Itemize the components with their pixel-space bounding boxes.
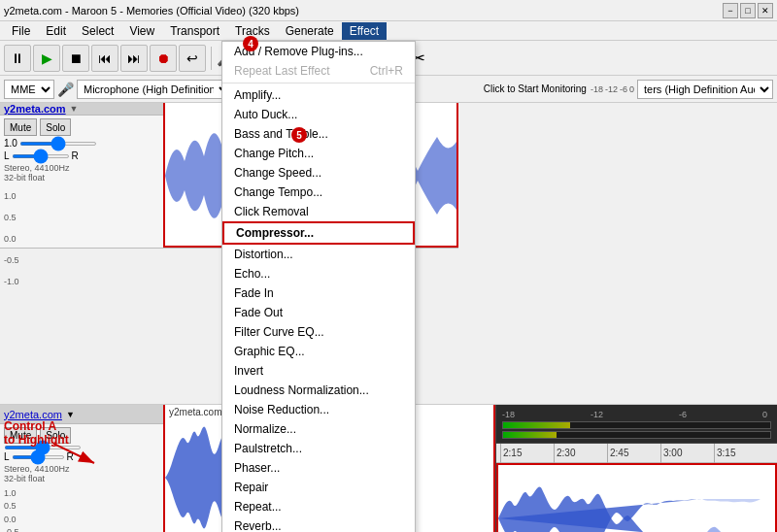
right-waveforms[interactable] (496, 463, 777, 532)
dd-amplify[interactable]: Amplify... (222, 85, 415, 105)
monitor-bar: -18-12-60 (496, 405, 777, 444)
dd-fade-out[interactable]: Fade Out (222, 303, 415, 322)
meter-fill1 (503, 422, 570, 428)
output-device-select[interactable]: ters (High Definition Audio (637, 80, 773, 99)
annotation-arrow (53, 439, 102, 468)
title-bar: y2meta.com - Maroon 5 - Memories (Offici… (0, 0, 777, 21)
track1-controls: Mute Solo 1.0 L R Stereo, 44100Hz32-bit … (0, 116, 163, 185)
annotation-line1: Control A (4, 419, 56, 433)
meter-bar1 (502, 421, 771, 429)
dd-change-tempo[interactable]: Change Tempo... (222, 183, 415, 202)
gain-slider[interactable] (19, 142, 97, 146)
dd-auto-duck[interactable]: Auto Duck... (222, 105, 415, 124)
pan-l-label: L (4, 150, 10, 161)
right-monitor-section: -18-12-60 2:15 2:30 2:45 3:00 3:15 (495, 405, 777, 532)
window-controls: − □ ✕ (723, 3, 773, 18)
mute-button[interactable]: Mute (4, 118, 37, 136)
meter-bar2 (502, 431, 771, 439)
record-button[interactable]: ⏺ (150, 45, 177, 72)
meter-scale: -18-12-60 (591, 84, 634, 94)
track1-format: ▼ (70, 104, 79, 114)
pause-button[interactable]: ⏸ (4, 45, 31, 72)
dd-loudness[interactable]: Loudness Normalization... (222, 381, 415, 400)
menu-effect[interactable]: Effect (342, 22, 387, 40)
right-ruler-mark: 2:30 (554, 444, 607, 463)
solo-button[interactable]: Solo (40, 118, 71, 136)
skip-end-button[interactable]: ⏭ (120, 45, 148, 72)
right-ruler-mark: 3:15 (714, 444, 767, 463)
dd-repeat[interactable]: Repeat... (222, 497, 415, 516)
menu-generate[interactable]: Generate (278, 22, 342, 40)
track1-mute-solo: Mute Solo (4, 118, 159, 136)
right-ruler-mark: 2:15 (500, 444, 554, 463)
dd-normalize[interactable]: Normalize... (222, 419, 415, 439)
dd-phaser[interactable]: Phaser... (222, 458, 415, 478)
gain-scale1: 1.00.50.0-0.5-1.0 (0, 486, 163, 532)
monitor-controls: Click to Start Monitoring -18-12-60 (484, 83, 634, 94)
dd-graphic-eq[interactable]: Graphic EQ... (222, 342, 415, 361)
track1-name-link[interactable]: y2meta.com (4, 103, 66, 115)
api-select[interactable]: MME (4, 80, 54, 99)
menu-view[interactable]: View (121, 22, 162, 40)
loop-button[interactable]: ↩ (179, 45, 206, 72)
track1-name[interactable]: y2meta.com (4, 409, 62, 420)
pan-slider[interactable] (12, 154, 70, 158)
right-ruler-marks: 2:15 2:30 2:45 3:00 3:15 (500, 444, 767, 463)
title-text: y2meta.com - Maroon 5 - Memories (Offici… (4, 5, 299, 17)
minimize-button[interactable]: − (723, 3, 738, 18)
dd-bass-treble[interactable]: Bass and Treble... (222, 124, 415, 144)
svg-line-6 (53, 444, 94, 463)
dd-compressor[interactable]: Compressor... (222, 221, 415, 245)
dd-noise-reduction[interactable]: Noise Reduction... (222, 400, 415, 419)
dd-filter-eq[interactable]: Filter Curve EQ... (222, 322, 415, 342)
track1-header: y2meta.com ▼ (0, 103, 163, 116)
dd-repeat-last: Repeat Last EffectCtrl+R (222, 61, 415, 81)
input-device-select[interactable]: Microphone (High Definition Aud (77, 80, 232, 99)
effect-dropdown: Add / Remove Plug-ins... Repeat Last Eff… (221, 41, 416, 532)
menu-transport[interactable]: Transport (162, 22, 227, 40)
menu-bar: File Edit Select View Transport Tracks G… (0, 21, 777, 41)
pan-l: L (4, 451, 10, 462)
close-button[interactable]: ✕ (758, 3, 773, 18)
monitor-label: Click to Start Monitoring (484, 83, 587, 94)
right-ruler-mark: 3:00 (660, 444, 714, 463)
play-button[interactable]: ▶ (33, 45, 60, 72)
gain-label: 1.0 (4, 138, 17, 149)
right-ruler-mark: 2:45 (607, 444, 660, 463)
menu-edit[interactable]: Edit (38, 22, 74, 40)
menu-select[interactable]: Select (74, 22, 121, 40)
dd-reverb[interactable]: Reverb... (222, 516, 415, 532)
skip-start-button[interactable]: ⏮ (91, 45, 118, 72)
menu-file[interactable]: File (4, 22, 38, 40)
track1-format-info: Stereo, 44100Hz32-bit float (4, 163, 159, 183)
dd-change-speed[interactable]: Change Speed... (222, 163, 415, 183)
dd-change-pitch[interactable]: Change Pitch... (222, 144, 415, 163)
track1-pan: L R (4, 150, 159, 161)
right-ruler: 2:15 2:30 2:45 3:00 3:15 (496, 444, 777, 463)
meter-display: -18-12-60 (502, 410, 771, 439)
stop-button[interactable]: ⏹ (62, 45, 89, 72)
dd-repair[interactable]: Repair (222, 478, 415, 497)
track1-gain: 1.0 (4, 138, 159, 149)
badge-5: 5 (291, 127, 307, 143)
meter-scale-top: -18-12-60 (502, 410, 771, 419)
track1-panel: y2meta.com ▼ Mute Solo 1.0 L R Stereo (0, 103, 165, 248)
dd-paulstretch[interactable]: Paulstretch... (222, 439, 415, 458)
dd-fade-in[interactable]: Fade In (222, 283, 415, 303)
maximize-button[interactable]: □ (740, 3, 756, 18)
track1-dropdown-icon: ▼ (66, 410, 75, 419)
dd-distortion[interactable]: Distortion... (222, 245, 415, 264)
dd-invert[interactable]: Invert (222, 361, 415, 381)
dd-divider1 (222, 83, 415, 83)
meter-fill2 (503, 432, 557, 438)
toolbar-separator (211, 47, 212, 70)
dd-echo[interactable]: Echo... (222, 264, 415, 283)
pan-r-label: R (72, 150, 79, 161)
mic-icon2: 🎤 (57, 82, 74, 97)
dd-click-removal[interactable]: Click Removal (222, 202, 415, 221)
gain-scale: 1.0 0.5 0.0 -0.5 -1.0 (0, 185, 163, 292)
right-waveform-svg (498, 465, 775, 532)
badge-4: 4 (243, 36, 258, 51)
